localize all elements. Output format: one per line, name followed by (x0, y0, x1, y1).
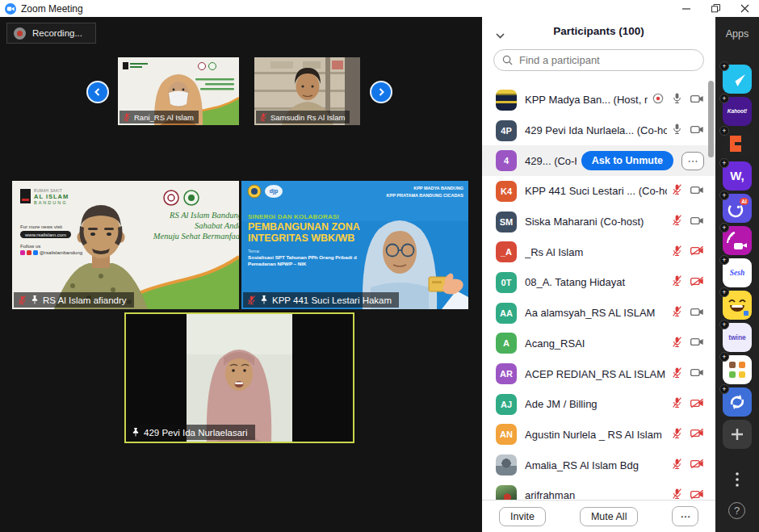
gallery-next-button[interactable] (370, 81, 392, 103)
close-button[interactable] (730, 0, 759, 17)
participant-name-label: Rani_RS Al Islam (120, 111, 199, 124)
twine-app-icon[interactable]: twine+ (723, 323, 752, 352)
chevron-right-icon (376, 87, 386, 97)
participant-row[interactable]: ANAgustin Nurlela _ RS Al Islam (482, 420, 715, 450)
participant-row[interactable]: _A_Rs Al Islam (482, 237, 715, 267)
participant-search (493, 49, 704, 71)
svg-text:Sesh: Sesh (730, 269, 744, 277)
participant-row[interactable]: KPP Madya Ban... (Host, me) (482, 85, 715, 115)
add-badge-icon: + (719, 255, 729, 265)
banner-text: Follow us (20, 244, 40, 249)
wooclap-app-icon[interactable]: W,+ (723, 161, 752, 191)
participant-name: arifrahman (525, 489, 667, 500)
video-feed-illustration (126, 314, 353, 442)
person-illustration (241, 181, 468, 309)
restore-button[interactable] (701, 0, 730, 17)
ask-to-unmute-button[interactable]: Ask to Unmute (581, 151, 673, 170)
search-input[interactable] (518, 53, 695, 67)
participant-name-label: Samsudin Rs Al Islam (256, 111, 350, 124)
mic-muted-icon (123, 112, 131, 122)
participant-row[interactable]: 0T08_A. Tatang Hidayat (482, 267, 715, 298)
participant-row[interactable]: AJAde JM / Billing (482, 389, 715, 420)
camera-on-icon (690, 185, 704, 195)
sesh-app-icon[interactable]: Sesh+ (723, 258, 752, 287)
kahoot-app-icon[interactable]: Kahoot!+ (723, 97, 752, 126)
add-badge-icon: + (719, 384, 729, 394)
video-feed-pevi-active[interactable]: 429 Pevi Ida Nurlaelasari (124, 312, 354, 443)
participant-row[interactable]: K4KPP 441 Suci Lestari ... (Co-host) (482, 176, 715, 207)
help-button[interactable]: ? (728, 502, 745, 519)
mic-muted-icon (672, 458, 682, 470)
banner-text: BANDUNG (34, 200, 68, 205)
is-recording-icon (652, 93, 664, 104)
participant-avatar: _A (496, 241, 517, 262)
mic-muted-icon (672, 396, 682, 408)
participant-name: 429... (Co-host) (525, 155, 577, 167)
palette-app-icon[interactable]: + (723, 355, 752, 384)
banner-tagline: RS Al Islam Bandung Sahabat Anda Menuju … (121, 210, 239, 241)
participant-name: KPP Madya Ban... (Host, me) (525, 94, 648, 106)
pin-icon (31, 295, 39, 305)
funtivity-app-icon[interactable]: + (723, 65, 752, 94)
participant-avatar: AN (496, 424, 517, 445)
participant-row[interactable]: Amalia_RS Al Islam Bdg (482, 450, 715, 480)
mic-on-icon (672, 123, 682, 135)
apps-more-button[interactable] (715, 472, 759, 487)
mic-muted-icon (672, 274, 682, 287)
participant-avatar: AR (496, 363, 517, 384)
participant-avatar: 4 (496, 150, 517, 171)
video-thumbnail-samsudin[interactable]: Samsudin Rs Al Islam (254, 57, 360, 125)
camera-off-icon (690, 398, 704, 408)
video-feed-kpp441[interactable]: djp KPP MADYA BANDUNG KPP PRATAMA BANDUN… (241, 181, 468, 309)
participant-row[interactable]: arifrahman (482, 480, 715, 500)
camera-off-icon (690, 489, 704, 500)
participant-row[interactable]: 4P429 Pevi Ida Nurlaela... (Co-host) (482, 115, 715, 146)
participant-row[interactable]: SMSiska Maharani (Co-host) (482, 207, 715, 237)
participant-row[interactable]: ARACEP REDIAN_RS AL ISLAM (482, 358, 715, 389)
chevron-left-icon (93, 87, 103, 97)
search-icon (502, 55, 513, 65)
participant-name: 429 Pevi Ida Nurlaela... (Co-host) (525, 124, 667, 136)
emoji-app-icon[interactable]: + (723, 291, 752, 320)
video-thumbnail-rani[interactable]: Rani_RS Al Islam (118, 57, 239, 125)
pin-icon (132, 427, 140, 438)
participant-name: Ade JM / Billing (525, 398, 667, 410)
mic-muted-icon (672, 305, 682, 317)
participant-row[interactable]: AAcang_RSAI (482, 329, 715, 359)
sync-app-icon[interactable]: + (723, 387, 752, 417)
scrollbar-thumb[interactable] (708, 81, 714, 157)
zoom-app-icon (5, 3, 16, 15)
gallery-prev-button[interactable] (86, 81, 109, 103)
window-titlebar: Zoom Meeting (0, 0, 759, 17)
read-ai-app-icon[interactable]: AI+ (723, 194, 752, 223)
participant-row[interactable]: AAAa alamsyah_RS AL ISLAM (482, 298, 715, 329)
participant-avatar: K4 (496, 181, 517, 202)
add-badge-icon: + (719, 94, 729, 103)
participant-name: Amalia_RS Al Islam Bdg (525, 459, 667, 471)
participant-more-button[interactable]: ⋯ (681, 152, 704, 170)
facebook-icon (33, 250, 38, 255)
camera-on-icon (690, 307, 704, 317)
mic-muted-icon (672, 488, 682, 500)
participants-more-button[interactable]: ⋯ (672, 506, 698, 526)
participant-name-label: RS Al Islam afiandry (14, 292, 134, 308)
collapse-panel-button[interactable] (494, 26, 506, 44)
banner-text: AL ISLAM (34, 193, 69, 200)
camera-off-icon (690, 276, 704, 287)
invite-button[interactable]: Invite (499, 507, 546, 526)
mute-all-button[interactable]: Mute All (580, 507, 638, 526)
mic-muted-icon (259, 112, 267, 122)
mic-muted-icon (672, 214, 682, 226)
orange-c-app-icon[interactable]: + (723, 129, 752, 158)
recording-dot-icon (14, 27, 26, 40)
participants-footer: Invite Mute All ⋯ (482, 500, 715, 532)
add-badge-icon: + (719, 223, 729, 232)
recording-indicator[interactable]: Recording... (6, 23, 96, 44)
participant-row[interactable]: 4429... (Co-host)Ask to Unmute⋯ (482, 145, 715, 176)
participant-avatar: AJ (496, 394, 517, 415)
participants-panel: Participants (100) KPP Madya Ban... (Hos… (482, 17, 715, 532)
video-feed-afiandry[interactable]: RUMAH SAKIT AL ISLAM BANDUNG For more ne… (12, 181, 239, 309)
add-app-button[interactable] (723, 420, 752, 449)
minimize-button[interactable] (672, 0, 701, 17)
warmly-app-icon[interactable]: + (723, 226, 752, 255)
